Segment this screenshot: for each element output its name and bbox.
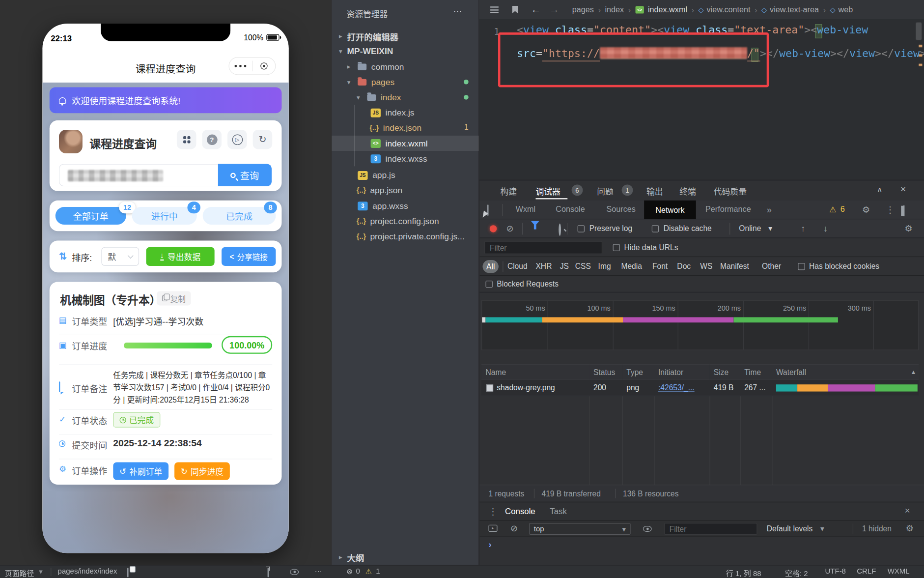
tab-console[interactable]: Console xyxy=(556,204,585,213)
context-selector[interactable]: top▾ xyxy=(529,523,630,535)
copy-button[interactable]: 复制 xyxy=(157,291,191,306)
tree-file-app-json[interactable]: {..}app.json xyxy=(332,183,479,198)
tab-sources[interactable]: Sources xyxy=(606,204,635,213)
more-menu-button[interactable] xyxy=(229,65,252,67)
request-initiator-link[interactable]: :42653/_... xyxy=(658,383,695,392)
drawer-tab-console[interactable]: Console xyxy=(505,506,535,516)
tree-file-app-wxss[interactable]: 3app.wxss xyxy=(332,198,479,213)
filter-xhr[interactable]: XHR xyxy=(535,262,552,271)
tree-file-index-json[interactable]: {..}index.json 1 xyxy=(332,120,479,136)
breadcrumb-web-view[interactable]: web xyxy=(838,5,853,14)
grid-menu-button[interactable] xyxy=(177,130,196,149)
col-time[interactable]: Time xyxy=(740,364,772,379)
tab-all-orders[interactable]: 全部订单 xyxy=(56,207,126,225)
sort-select[interactable]: 默 xyxy=(101,247,139,266)
tab-build[interactable]: 构建 xyxy=(500,185,517,197)
disable-cache-checkbox[interactable] xyxy=(652,225,659,232)
console-settings-icon[interactable]: ⚙ xyxy=(906,523,914,534)
tree-open-editors[interactable]: ▸打开的编辑器 xyxy=(332,29,479,44)
cursor-position[interactable]: 行 1, 列 88 xyxy=(726,567,761,578)
col-waterfall[interactable]: Waterfall xyxy=(772,364,919,379)
has-blocked-cookies-checkbox[interactable] xyxy=(798,263,805,270)
indentation[interactable]: 空格: 2 xyxy=(785,567,808,578)
tree-project-root[interactable]: ▾MP-WEIXIN xyxy=(332,44,479,59)
tab-network[interactable]: Network xyxy=(644,201,696,219)
col-type[interactable]: Type xyxy=(622,364,654,379)
request-row[interactable]: shadow-grey.png 200 png :42653/_... 419 … xyxy=(481,380,919,397)
filter-all[interactable]: All xyxy=(482,260,498,273)
tab-wxml[interactable]: Wxml xyxy=(516,204,535,213)
network-overview-timeline[interactable]: 50 ms 100 ms 150 ms 200 ms 250 ms 300 ms xyxy=(481,300,919,350)
export-har-icon[interactable]: ↓ xyxy=(823,224,828,233)
throttling-select[interactable]: Online xyxy=(739,224,761,233)
dock-side-icon[interactable] xyxy=(903,205,904,216)
tab-problems[interactable]: 问题 xyxy=(597,185,614,197)
tree-folder-index[interactable]: ▾index xyxy=(332,89,479,105)
console-filter-input[interactable] xyxy=(664,523,757,535)
forward-icon[interactable]: → xyxy=(549,4,559,16)
page-path-label[interactable]: 页面路径 xyxy=(5,567,34,578)
launch-icon[interactable] xyxy=(268,568,269,577)
filter-funnel-icon[interactable] xyxy=(531,221,539,236)
collapse-panel-icon[interactable]: ∧ xyxy=(877,185,882,194)
close-drawer-icon[interactable]: × xyxy=(904,505,910,516)
eye-icon[interactable] xyxy=(290,569,299,575)
outline-section[interactable]: ▸大纲 xyxy=(332,549,479,565)
console-sidebar-icon[interactable]: ▸ xyxy=(488,525,497,532)
breadcrumb-view-text-area[interactable]: view.text-area xyxy=(770,5,819,14)
filter-other[interactable]: Other xyxy=(762,262,781,271)
clear-console-icon[interactable]: ⊘ xyxy=(510,523,518,534)
share-link-button[interactable]: < 分享链接 xyxy=(222,247,276,266)
col-status[interactable]: Status xyxy=(589,364,622,379)
breadcrumb-pages[interactable]: pages xyxy=(572,5,594,14)
network-settings-icon[interactable]: ⚙ xyxy=(904,224,912,234)
clear-icon[interactable]: ⊘ xyxy=(506,224,513,234)
drawer-kebab-icon[interactable]: ⋮ xyxy=(488,506,497,517)
eol-type[interactable]: CRLF xyxy=(857,567,876,576)
editor-scrollbar[interactable] xyxy=(916,23,922,40)
filter-ws[interactable]: WS xyxy=(700,262,712,271)
filter-font[interactable]: Font xyxy=(652,262,668,271)
close-panel-icon[interactable]: × xyxy=(900,184,906,195)
close-miniprogram-button[interactable] xyxy=(252,62,275,69)
search-icon[interactable] xyxy=(559,224,561,236)
language-mode[interactable]: WXML xyxy=(888,567,910,576)
console-prompt[interactable]: › xyxy=(488,540,491,549)
blocked-requests-checkbox[interactable] xyxy=(485,281,492,288)
play-button[interactable]: ▷ xyxy=(227,130,247,149)
reflush-order-button[interactable]: ↺补刷订单 xyxy=(113,462,168,480)
breadcrumb-view-content[interactable]: view.content xyxy=(706,5,750,14)
encoding[interactable]: UTF-8 xyxy=(825,567,845,576)
breadcrumb-file[interactable]: index.wxml xyxy=(648,5,687,14)
tree-file-project-config[interactable]: {..}project.config.json xyxy=(332,213,479,229)
copy-path-icon[interactable] xyxy=(127,568,128,577)
tree-file-project-private[interactable]: {..}project.private.config.js... xyxy=(332,229,479,244)
preserve-log-checkbox[interactable] xyxy=(578,225,585,232)
refresh-button[interactable]: ↻ xyxy=(253,130,273,149)
page-path-value[interactable]: pages/index/index xyxy=(58,567,117,576)
errors-icon[interactable]: ⊗ xyxy=(346,567,353,576)
filter-cloud[interactable]: Cloud xyxy=(507,262,528,271)
tree-folder-common[interactable]: ▸common xyxy=(332,59,479,74)
kebab-menu-icon[interactable]: ⋮ xyxy=(886,204,895,215)
hide-data-urls-checkbox[interactable] xyxy=(613,244,620,251)
tree-folder-pages[interactable]: ▾pages xyxy=(332,74,479,89)
more-tabs-icon[interactable]: » xyxy=(767,204,772,214)
live-expression-eye-icon[interactable] xyxy=(643,526,652,532)
tree-file-index-js[interactable]: JSindex.js xyxy=(332,105,479,120)
filter-js[interactable]: JS xyxy=(560,262,569,271)
tree-file-app-js[interactable]: JSapp.js xyxy=(332,168,479,183)
filter-media[interactable]: Media xyxy=(621,262,642,271)
tree-file-index-wxss[interactable]: 3index.wxss xyxy=(332,151,479,166)
record-icon[interactable] xyxy=(490,225,497,232)
sync-progress-button[interactable]: ↻同步进度 xyxy=(174,462,230,480)
tab-output[interactable]: 输出 xyxy=(646,185,663,197)
tab-performance[interactable]: Performance xyxy=(705,204,751,213)
log-levels-select[interactable]: Default levels xyxy=(767,524,813,533)
tab-terminal[interactable]: 终端 xyxy=(679,185,696,197)
more-icon[interactable]: ⋯ xyxy=(315,567,322,576)
outline-icon[interactable] xyxy=(490,6,499,13)
search-input[interactable] xyxy=(59,164,218,186)
explorer-more-icon[interactable]: ⋯ xyxy=(453,6,462,17)
tab-debugger[interactable]: 调试器 xyxy=(535,185,560,197)
